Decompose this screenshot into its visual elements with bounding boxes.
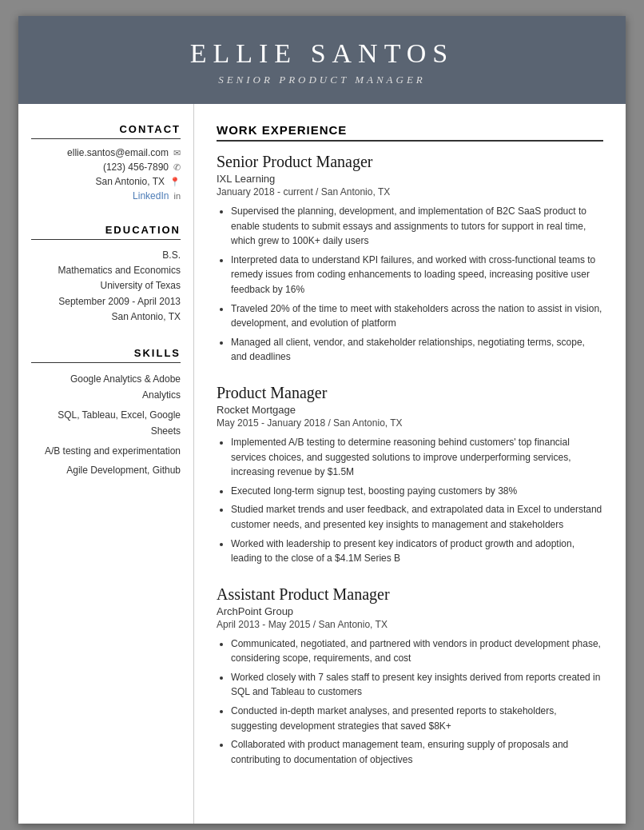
phone-item: (123) 456-7890 ✆: [31, 162, 181, 173]
education-details: B.S. Mathematics and Economics Universit…: [31, 248, 181, 325]
phone-icon: ✆: [173, 162, 181, 173]
main-content: WORK EXPERIENCE Senior Product ManagerIX…: [194, 104, 626, 824]
job-meta: April 2013 - May 2015 / San Antonio, TX: [217, 619, 603, 630]
bullet-item: Interpreted data to understand KPI failu…: [231, 253, 603, 297]
skills-title: SKILLS: [31, 347, 181, 363]
email-icon: ✉: [173, 148, 181, 158]
education-section: EDUCATION B.S. Mathematics and Economics…: [31, 224, 181, 325]
skills-list: Google Analytics & Adobe AnalyticsSQL, T…: [31, 371, 181, 478]
education-location: San Antonio, TX: [31, 309, 181, 325]
skill-item: Agile Development, Github: [31, 462, 181, 478]
job-entry: Senior Product ManagerIXL LearningJanuar…: [217, 153, 603, 365]
contact-title: CONTACT: [31, 123, 181, 139]
job-bullets: Implemented A/B testing to determine rea…: [217, 435, 603, 566]
job-bullets: Supervised the planning, development, an…: [217, 204, 603, 365]
linkedin-link[interactable]: LinkedIn: [133, 190, 169, 202]
sidebar: CONTACT ellie.santos@email.com ✉ (123) 4…: [18, 104, 194, 824]
location-icon: 📍: [169, 177, 181, 187]
bullet-item: Executed long-term signup test, boosting…: [231, 484, 603, 499]
bullet-item: Implemented A/B testing to determine rea…: [231, 435, 603, 480]
job-bullets: Communicated, negotiated, and partnered …: [217, 636, 603, 768]
candidate-name: ELLIE SANTOS: [34, 38, 610, 69]
field-of-study: Mathematics and Economics: [31, 263, 181, 278]
linkedin-icon: in: [173, 191, 181, 201]
bullet-item: Traveled 20% of the time to meet with st…: [231, 301, 603, 331]
bullet-item: Supervised the planning, development, an…: [231, 204, 603, 249]
job-meta: January 2018 - current / San Antonio, TX: [217, 186, 603, 198]
skill-item: SQL, Tableau, Excel, Google Sheets: [31, 407, 181, 440]
degree: B.S.: [31, 248, 181, 263]
location-value: San Antonio, TX: [95, 176, 165, 187]
job-meta: May 2015 - January 2018 / San Antonio, T…: [217, 417, 603, 429]
bullet-item: Studied market trends and user feedback,…: [231, 502, 603, 532]
job-company: IXL Learning: [217, 173, 603, 185]
bullet-item: Managed all client, vendor, and stakehol…: [231, 335, 603, 365]
skills-section: SKILLS Google Analytics & Adobe Analytic…: [31, 347, 181, 478]
jobs-list: Senior Product ManagerIXL LearningJanuar…: [217, 153, 603, 767]
job-company: Rocket Mortgage: [217, 404, 603, 416]
phone-value: (123) 456-7890: [103, 162, 169, 173]
job-title: Assistant Product Manager: [217, 585, 603, 604]
education-title: EDUCATION: [31, 224, 181, 240]
job-company: ArchPoint Group: [217, 605, 603, 617]
body-section: CONTACT ellie.santos@email.com ✉ (123) 4…: [18, 104, 626, 824]
email-value: ellie.santos@email.com: [67, 147, 169, 158]
job-entry: Product ManagerRocket MortgageMay 2015 -…: [217, 384, 603, 566]
candidate-title: SENIOR PRODUCT MANAGER: [34, 74, 610, 86]
header-section: ELLIE SANTOS SENIOR PRODUCT MANAGER: [18, 16, 626, 104]
email-item: ellie.santos@email.com ✉: [31, 147, 181, 158]
linkedin-item[interactable]: LinkedIn in: [31, 190, 181, 202]
bullet-item: Worked with leadership to present key in…: [231, 537, 603, 566]
bullet-item: Worked closely with 7 sales staff to pre…: [231, 670, 603, 700]
education-dates: September 2009 - April 2013: [31, 294, 181, 309]
job-title: Product Manager: [217, 384, 603, 402]
job-title: Senior Product Manager: [217, 153, 603, 171]
skill-item: A/B testing and experimentation: [31, 443, 181, 459]
work-experience-title: WORK EXPERIENCE: [217, 123, 603, 142]
job-entry: Assistant Product ManagerArchPoint Group…: [217, 585, 603, 768]
location-item: San Antonio, TX 📍: [31, 176, 181, 187]
bullet-item: Conducted in-depth market analyses, and …: [231, 704, 603, 733]
bullet-item: Collaborated with product management tea…: [231, 737, 603, 767]
school-name: University of Texas: [31, 278, 181, 293]
resume-container: ELLIE SANTOS SENIOR PRODUCT MANAGER CONT…: [18, 16, 626, 824]
skill-item: Google Analytics & Adobe Analytics: [31, 371, 181, 404]
contact-section: CONTACT ellie.santos@email.com ✉ (123) 4…: [31, 123, 181, 202]
bullet-item: Communicated, negotiated, and partnered …: [231, 636, 603, 666]
